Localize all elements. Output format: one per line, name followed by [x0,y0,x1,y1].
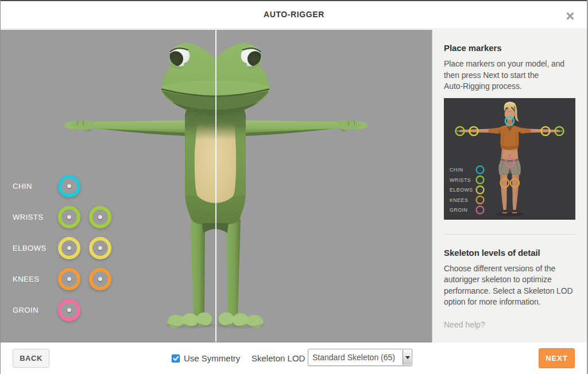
marker-ring-elbows-1[interactable] [58,237,80,259]
window-left-border [0,0,1,374]
marker-ring-knees-1[interactable] [58,268,80,290]
marker-ring-dot [98,215,102,219]
marker-ring-dot [98,277,102,281]
marker-guide-image: CHINWRISTSELBOWSKNEESGROIN [444,98,575,220]
marker-ring-dot [67,246,71,250]
close-button[interactable] [566,12,574,20]
marker-row-chin: CHIN [0,174,132,197]
marker-ring-dot [67,215,71,219]
dialog-title: AUTO-RIGGER [0,0,588,29]
skeleton-lod-select[interactable]: Standard Skeleton (65) [308,349,412,366]
sidebar-panel: Place markers Place markers on your mode… [432,30,587,342]
marker-label: GROIN [13,306,38,314]
use-symmetry-label: Use Symmetry [184,353,240,363]
skeleton-lod-value: Standard Skeleton (65) [308,349,399,365]
marker-ring-groin[interactable] [58,299,80,321]
marker-ring-dot [98,246,102,250]
back-button[interactable]: BACK [13,349,49,368]
window-top-border [0,0,588,1]
marker-ring-wrists-1[interactable] [58,206,80,228]
place-markers-description: Place markers on your model, and then pr… [444,59,575,92]
marker-ring-wrists-2[interactable] [89,206,111,228]
need-help-link[interactable]: Need help? [444,320,485,329]
sidebar-divider [444,234,575,235]
legend-label: WRISTS [450,177,471,182]
marker-label: CHIN [13,182,32,190]
skeleton-lod-label: Skeleton LOD [252,342,305,374]
skeleton-lod-description: Choose different versions of the autorig… [444,263,575,308]
close-icon [566,12,574,20]
dialog-header: AUTO-RIGGER [0,0,588,29]
marker-label: ELBOWS [13,244,47,252]
marker-row-wrists: WRISTS [0,205,132,228]
marker-ring-knees-2[interactable] [89,268,111,290]
skeleton-lod-title: Skeleton levels of detail [444,248,575,258]
auto-rigger-dialog: AUTO-RIGGER [0,0,588,374]
dropdown-arrow-icon [403,350,411,365]
marker-palette: CHINWRISTSELBOWSKNEESGROIN [0,30,432,342]
legend-label: CHIN [450,167,463,173]
marker-row-knees: KNEES [0,267,132,290]
marker-ring-elbows-2[interactable] [89,237,111,259]
marker-ring-dot [67,308,71,312]
marker-ring-chin[interactable] [58,175,80,197]
dialog-footer: BACK Use Symmetry Skeleton LOD Standard … [0,342,588,374]
use-symmetry-control: Use Symmetry [172,342,240,374]
marker-row-groin: GROIN [0,298,132,321]
marker-row-elbows: ELBOWS [0,236,132,259]
marker-label: WRISTS [13,213,44,221]
use-symmetry-checkbox[interactable] [172,354,180,363]
next-button[interactable]: NEXT [539,348,575,368]
checkmark-icon [173,356,179,361]
legend-label: GROIN [450,207,467,213]
marker-ring-dot [67,277,71,281]
marker-label: KNEES [13,275,40,283]
legend-label: ELBOWS [450,187,473,193]
legend-label: KNEES [450,197,468,202]
place-markers-title: Place markers [444,43,575,53]
model-viewport[interactable]: CHINWRISTSELBOWSKNEESGROIN [0,30,432,342]
marker-ring-dot [67,184,71,188]
